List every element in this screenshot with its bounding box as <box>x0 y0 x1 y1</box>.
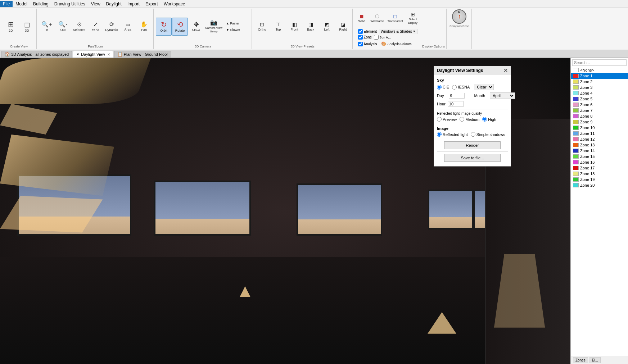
cie-radio[interactable]: CIE <box>437 85 449 90</box>
btn-faster[interactable]: ▲ Faster <box>224 20 249 27</box>
zone-color-5 <box>573 97 579 101</box>
zone-item-16[interactable]: Zone 16 <box>571 159 628 165</box>
btn-area[interactable]: ▭ Area <box>120 18 136 36</box>
chk-analysis-input[interactable] <box>358 42 363 46</box>
camera-icon: 📷 <box>210 20 217 26</box>
menu-import[interactable]: Import <box>125 1 143 7</box>
btn-solid[interactable]: ◼ Solid <box>355 9 369 27</box>
btn-slower[interactable]: ▼ Slower <box>224 27 249 33</box>
chk-analysis[interactable]: Analysis <box>358 42 377 46</box>
iesna-radio[interactable]: IESNA <box>452 85 470 90</box>
menu-workspace[interactable]: Workspace <box>161 1 188 7</box>
btn-front[interactable]: ◧ Front <box>286 18 302 36</box>
zone-item-10[interactable]: Zone 10 <box>571 125 628 131</box>
zone-item-2[interactable]: Zone 2 <box>571 79 628 85</box>
high-radio[interactable]: High <box>482 117 496 122</box>
btn-wireframe[interactable]: ⬡ Wireframe <box>369 9 385 27</box>
tab-3d-analysis[interactable]: 🏠 3D Analysis - all zones displayed <box>1 51 72 58</box>
zone-item-12[interactable]: Zone 12 <box>571 136 628 142</box>
btn-right[interactable]: ◪ Right <box>335 18 351 36</box>
menu-export[interactable]: Export <box>143 1 161 7</box>
btn-left[interactable]: ◩ Left <box>319 18 335 36</box>
zone-label-7: Zone 7 <box>580 108 592 113</box>
btn-selected[interactable]: ⊙ Selected <box>71 18 87 36</box>
tab-plan-view[interactable]: 📋 Plan View - Ground Floor <box>114 51 171 58</box>
zone-item-17[interactable]: Zone 17 <box>571 165 628 171</box>
zone-item-15[interactable]: Zone 15 <box>571 154 628 159</box>
tab-close-btn[interactable]: ✕ <box>107 53 110 56</box>
zone-item-4[interactable]: Zone 4 <box>571 90 628 96</box>
compass-rose: N ↑ <box>452 9 466 24</box>
zone-item-3[interactable]: Zone 3 <box>571 85 628 90</box>
btn-select-display[interactable]: ⊞ Select Display <box>405 9 421 27</box>
zone-color-2 <box>573 79 579 84</box>
zone-label-9: Zone 9 <box>580 120 592 124</box>
zone-item-1[interactable]: Zone 1 <box>571 73 628 79</box>
chk-sun[interactable]: Sun A... <box>374 35 391 40</box>
chk-element-input[interactable] <box>358 29 363 34</box>
chk-zone-input[interactable] <box>358 35 363 40</box>
day-input[interactable] <box>449 93 465 99</box>
zone-item-5[interactable]: Zone 5 <box>571 96 628 102</box>
zone-item-18[interactable]: Zone 18 <box>571 171 628 177</box>
btn-ortho[interactable]: ⊡ Ortho <box>254 18 270 36</box>
zone-item-11[interactable]: Zone 11 <box>571 131 628 136</box>
windows-shades-dropdown[interactable]: Windows & Shades ▼ <box>379 29 417 34</box>
tab-daylight-icon: ☀ <box>76 52 80 57</box>
zone-search-input[interactable] <box>572 59 627 66</box>
chk-sun-input[interactable] <box>374 35 379 40</box>
btn-transparent[interactable]: ◻ Transparent <box>386 9 405 27</box>
tab-daylight-view[interactable]: ☀ Daylight View ✕ <box>73 51 113 58</box>
zone-label-11: Zone 11 <box>580 131 595 136</box>
zone-item-7[interactable]: Zone 7 <box>571 108 628 113</box>
medium-radio[interactable]: Medium <box>460 117 479 122</box>
btn-orbit[interactable]: ↻ Orbit <box>156 18 172 36</box>
chk-zone[interactable]: Zone <box>358 35 372 40</box>
menu-drawing-utilities[interactable]: Drawing Utilities <box>51 1 88 7</box>
elements-tab-btn[interactable]: El... <box>589 357 601 363</box>
zones-tab-btn[interactable]: Zones <box>573 357 588 363</box>
quality-label: Reflected light image quality <box>437 112 508 115</box>
month-select[interactable]: JanuaryFebruaryMarchAprilMayJuneJulyAugu… <box>490 92 515 99</box>
btn-camera-view-setup[interactable]: 📷 Camera View Setup <box>204 18 223 36</box>
btn-rotate[interactable]: ⟲ Rotate <box>172 18 188 36</box>
btn-move[interactable]: ✥ Move <box>188 18 204 36</box>
zone-none[interactable]: <None> <box>571 67 628 73</box>
btn-pan[interactable]: ✋ Pan <box>136 18 152 36</box>
daylight-settings-panel: Daylight View Settings ✕ Sky CIE IESNA <box>434 66 511 167</box>
btn-zoom-in[interactable]: 🔍+ In <box>39 18 55 36</box>
zone-item-19[interactable]: Zone 19 <box>571 177 628 182</box>
left-icon: ◩ <box>325 22 329 27</box>
zone-item-14[interactable]: Zone 14 <box>571 148 628 154</box>
zone-item-20[interactable]: Zone 20 <box>571 182 628 188</box>
btn-dynamic[interactable]: ⟳ Dynamic <box>104 18 119 36</box>
btn-zoom-out[interactable]: 🔍- Out <box>55 18 71 36</box>
3d-viewport[interactable]: Daylight View Settings ✕ Sky CIE IESNA <box>0 58 570 364</box>
save-to-file-button[interactable]: Save to file... <box>444 154 501 162</box>
preview-radio[interactable]: Preview <box>437 117 457 122</box>
zone-item-9[interactable]: Zone 9 <box>571 119 628 125</box>
zone-item-13[interactable]: Zone 13 <box>571 142 628 148</box>
clear-select[interactable]: Clear <box>474 84 494 90</box>
settings-close-btn[interactable]: ✕ <box>503 68 508 73</box>
settings-title: Daylight View Settings <box>437 68 483 73</box>
zone-item-6[interactable]: Zone 6 <box>571 102 628 108</box>
menu-view[interactable]: View <box>88 1 103 7</box>
btn-2d[interactable]: ⊞ 2D <box>3 18 19 36</box>
chk-element[interactable]: Element <box>358 29 377 34</box>
render-button[interactable]: Render <box>444 141 501 149</box>
btn-top[interactable]: ⊤ Top <box>270 18 286 36</box>
simple-shadows-radio[interactable]: Simple shadows <box>471 132 505 137</box>
menu-building[interactable]: Building <box>30 1 51 7</box>
menu-model[interactable]: Model <box>13 1 30 7</box>
analysis-colours-btn[interactable]: 🎨 Analysis Colours <box>379 40 414 47</box>
btn-fit-all[interactable]: ⤢ Fit All <box>87 18 103 36</box>
image-label: Image <box>437 126 508 131</box>
menu-daylight[interactable]: Daylight <box>103 1 125 7</box>
btn-3d[interactable]: ◻ 3D <box>19 18 35 36</box>
hour-input[interactable] <box>448 101 464 107</box>
reflected-light-radio[interactable]: Reflected light <box>437 132 468 137</box>
zone-item-8[interactable]: Zone 8 <box>571 113 628 119</box>
btn-back[interactable]: ◨ Back <box>303 18 318 36</box>
menu-file[interactable]: File <box>0 1 13 7</box>
